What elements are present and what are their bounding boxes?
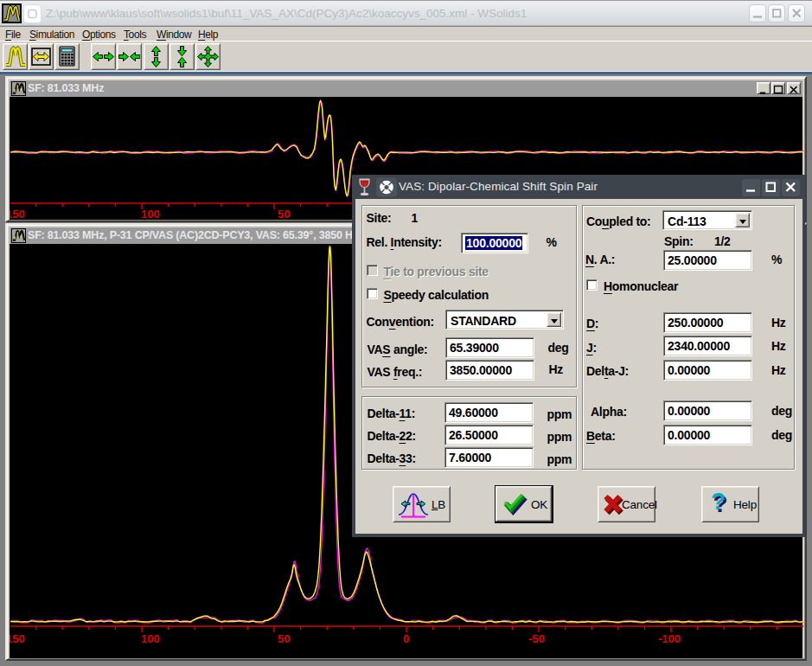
svg-text:100: 100 xyxy=(141,208,160,220)
svg-text:150: 150 xyxy=(10,208,25,220)
svg-text:-100: -100 xyxy=(658,632,681,645)
svg-text:50: 50 xyxy=(278,632,290,645)
svg-text:-50: -50 xyxy=(528,632,545,645)
svg-text:50: 50 xyxy=(278,208,290,220)
svg-text:100: 100 xyxy=(141,632,160,645)
svg-text:150: 150 xyxy=(10,632,25,645)
svg-text:0: 0 xyxy=(403,632,409,645)
